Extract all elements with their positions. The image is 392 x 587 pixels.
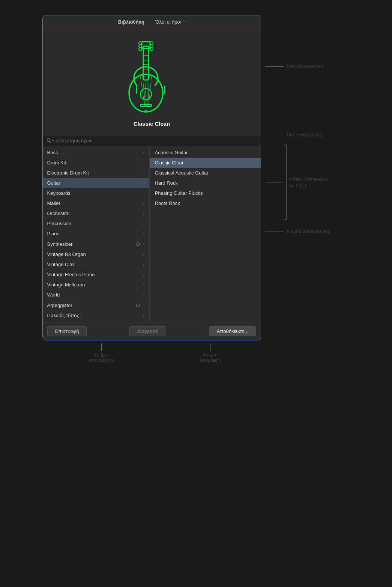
category-label: Vintage Electric Piano [47,272,95,277]
svg-line-27 [50,141,51,143]
patch-label: Classic Clean [155,160,185,166]
sounds-dropdown-label: Όλοι οι ήχοι [156,19,181,25]
category-label: Vintage B3 Organ [47,251,86,257]
patch-item-classic-clean[interactable]: Classic Clean [150,158,261,168]
chevron-right-icon: › [143,151,145,155]
annotation-category-patch-text: Λίστες «Κατηγορία» και Patch [288,176,328,189]
svg-rect-24 [140,104,152,107]
category-list: Bass › Drum Kit › Electronic Drum Kit › … [43,146,150,322]
category-item-mallet[interactable]: Mallet › [43,198,149,208]
chevron-right-icon: › [143,191,145,196]
delete-button[interactable]: Διαγραφή [129,326,166,336]
category-label: Electronic Drum Kit [47,170,89,176]
category-label: World [47,292,60,298]
patch-label: Phasing Guitar Plucks [155,190,203,196]
library-panel: Βιβλιοθήκη Όλοι οι ήχοι ⌃ [42,15,261,340]
annotation-revert: Κουμπί επαναφοράς [89,343,114,363]
category-item-arpeggiator[interactable]: Arpeggiator ⊙ › [43,300,149,310]
svg-point-13 [150,48,153,51]
chevron-right-icon: › [143,272,145,277]
annotation-vline [101,343,102,351]
annotation-vline [210,343,210,351]
chevron-right-icon: › [143,211,145,216]
category-label: Arpeggiator [47,303,72,308]
patch-item-hard-rock[interactable]: Hard Rock [150,178,261,188]
annotation-search-field-text: Πεδίο αναζήτησης [287,132,323,137]
category-label: Mallet [47,200,60,206]
category-item-vintage-b3[interactable]: Vintage B3 Organ › [43,249,149,259]
patch-item-acoustic-guitar[interactable]: Acoustic Guitar [150,148,261,158]
chevron-right-icon: › [143,252,145,257]
svg-rect-2 [137,86,155,94]
category-label: Vintage Mellotron [47,282,85,287]
category-label: Piano [47,231,60,236]
category-item-drumkit[interactable]: Drum Kit › [43,158,149,168]
search-dropdown-arrow[interactable]: ▾ [52,138,54,143]
annotation-delete-text: Κουμπί διαγραφής [200,352,221,363]
download-icon: ⊙ [136,302,140,308]
annotation-save-button: Κουμπί αποθήκευσης [265,229,330,234]
patch-label: Acoustic Guitar [155,150,188,155]
category-item-piano[interactable]: Piano › [43,229,149,239]
category-item-vintage-mellotron[interactable]: Vintage Mellotron › [43,280,149,290]
annotation-category-patch-text-wrap: Λίστες «Κατηγορία» και Patch [285,176,328,189]
chevron-right-icon: › [143,262,145,267]
category-label: Vintage Clav [47,262,75,267]
patch-item-roots-rock[interactable]: Roots Rock [150,198,261,208]
category-label: Keyboards [47,190,71,196]
chevron-right-icon: › [143,232,145,236]
category-item-keyboards[interactable]: Keyboards › [43,188,149,198]
annotation-revert-text: Κουμπί επαναφοράς [89,352,114,363]
category-label: Orchestral [47,211,70,216]
chevron-right-icon: › [143,293,145,297]
patch-item-classical-acoustic-guitar[interactable]: Classical Acoustic Guitar [150,168,261,178]
category-label: Drum Kit [47,160,66,166]
save-button[interactable]: Αποθήκευση... [209,326,257,336]
annotation-save-text: Κουμπί αποθήκευσης [287,229,330,234]
patch-list: Acoustic Guitar Classic Clean Classical … [150,146,261,322]
chevron-right-icon: › [143,171,145,175]
svg-point-10 [139,48,142,51]
chevron-right-icon: › [143,313,145,318]
category-item-orchestral[interactable]: Orchestral › [43,208,149,218]
annotation-channel-icon-text: Εικονίδιο καναλιού [287,64,324,69]
chevron-right-icon: › [143,242,145,246]
annotation-delete: Κουμπί διαγραφής [200,343,221,363]
category-item-percussion[interactable]: Percussion › [43,218,149,229]
category-item-guitar[interactable]: Guitar › [43,178,149,188]
right-annotations: Εικονίδιο καναλιού Πεδίο αναζήτησης Λίστ… [265,15,350,315]
annotation-search-field: Πεδίο αναζήτησης [265,132,323,137]
chevron-right-icon: › [143,303,145,307]
category-item-bass[interactable]: Bass › [43,148,149,158]
search-bar[interactable]: ▾ [43,135,261,146]
bottom-annotations: Κουμπί επαναφοράς Κουμπί διαγραφής [42,343,275,363]
search-icon: ▾ [47,138,54,143]
category-item-vintage-clav[interactable]: Vintage Clav › [43,259,149,269]
download-icon: ⊙ [136,241,140,247]
category-item-vintage-electric-piano[interactable]: Vintage Electric Piano › [43,269,149,280]
category-item-electronic-drumkit[interactable]: Electronic Drum Kit › [43,168,149,178]
instrument-icon [114,35,189,117]
chevron-right-icon: › [143,181,145,185]
patch-label: Roots Rock [155,200,180,206]
chevron-icon: ⌃ [182,20,185,24]
chevron-right-icon: › [143,221,145,226]
bottom-bar: Επιστροφή Διαγραφή Αποθήκευση... [43,322,261,340]
chevron-right-icon: › [143,161,145,165]
chevron-right-icon: › [143,283,145,287]
category-item-world[interactable]: World › [43,290,149,300]
category-item-old-type[interactable]: Παλαιός τύπος › [43,310,149,321]
category-label: Synthesizer [47,241,73,247]
lists-area: Bass › Drum Kit › Electronic Drum Kit › … [43,146,261,322]
revert-button[interactable]: Επιστροφή [47,326,87,336]
category-label: Bass [47,150,58,155]
patch-item-phasing-guitar-plucks[interactable]: Phasing Guitar Plucks [150,188,261,198]
chevron-right-icon: › [143,201,145,206]
sounds-dropdown[interactable]: Όλοι οι ήχοι ⌃ [156,19,186,25]
search-input[interactable] [56,138,257,143]
svg-point-25 [145,110,147,112]
category-label: Παλαιός τύπος [47,313,79,318]
category-label: Percussion [47,221,71,226]
category-label: Guitar [47,180,60,186]
category-item-synthesizer[interactable]: Synthesizer ⊙ › [43,239,149,249]
